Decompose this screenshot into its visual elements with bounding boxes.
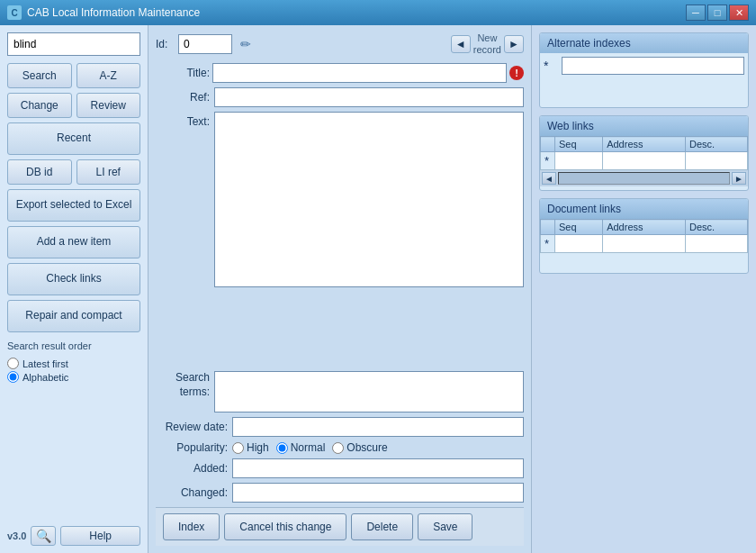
alt-indexes-section: Alternate indexes * bbox=[539, 32, 749, 108]
review-date-input[interactable] bbox=[232, 417, 524, 437]
alt-index-input[interactable] bbox=[562, 57, 744, 75]
id-input[interactable] bbox=[178, 34, 232, 54]
added-input[interactable] bbox=[232, 458, 524, 478]
doc-col-desc: Desc. bbox=[685, 220, 747, 235]
web-links-section: Web links Seq Address Desc. * bbox=[539, 115, 749, 191]
web-col-address: Address bbox=[603, 137, 686, 152]
repair-compact-button[interactable]: Repair and compact bbox=[7, 300, 140, 332]
id-label: Id: bbox=[156, 38, 174, 50]
search-terms-row: Searchterms: bbox=[156, 371, 524, 412]
title-label: Title: bbox=[156, 67, 210, 79]
changed-input[interactable] bbox=[232, 483, 524, 503]
dbid-button[interactable]: DB id bbox=[7, 159, 72, 185]
web-links-table: Seq Address Desc. * bbox=[540, 136, 748, 170]
scroll-track[interactable] bbox=[558, 172, 730, 185]
search-order-label: Search result order bbox=[7, 340, 140, 351]
changed-label: Changed: bbox=[156, 486, 228, 499]
web-col-empty bbox=[541, 137, 555, 152]
added-label: Added: bbox=[156, 462, 228, 475]
close-button[interactable]: ✕ bbox=[729, 5, 749, 21]
minimize-button[interactable]: ─ bbox=[686, 5, 706, 21]
nav-next-button[interactable]: ► bbox=[504, 35, 524, 53]
doc-links-table: Seq Address Desc. * bbox=[540, 219, 748, 253]
popularity-label: Popularity: bbox=[156, 441, 228, 454]
change-review-row: Change Review bbox=[7, 93, 140, 118]
main-container: Search A-Z Change Review Recent DB id LI… bbox=[0, 25, 756, 553]
window-controls: ─ □ ✕ bbox=[686, 5, 749, 21]
pop-obscure-radio[interactable] bbox=[332, 442, 344, 454]
doc-row-desc[interactable] bbox=[685, 235, 747, 253]
scroll-right-arrow[interactable]: ► bbox=[732, 172, 746, 185]
required-icon: ! bbox=[509, 66, 524, 80]
doc-col-empty bbox=[541, 220, 555, 235]
app-title: CAB Local Information Maintenance bbox=[27, 6, 686, 19]
search-az-row: Search A-Z bbox=[7, 63, 140, 88]
web-col-desc: Desc. bbox=[685, 137, 747, 152]
recent-button[interactable]: Recent bbox=[7, 122, 140, 155]
index-button[interactable]: Index bbox=[163, 513, 220, 540]
liref-button[interactable]: LI ref bbox=[76, 159, 141, 185]
right-panel: Alternate indexes * Web links Seq Addres… bbox=[531, 25, 756, 553]
middle-panel: Id: ✏ ◄ Newrecord ► Title: ! Ref: Text: bbox=[148, 25, 531, 553]
web-row-address[interactable] bbox=[603, 152, 686, 170]
radio-alphabetic[interactable]: Alphabetic bbox=[7, 371, 140, 383]
pop-normal[interactable]: Normal bbox=[276, 441, 326, 454]
alt-star: * bbox=[544, 59, 558, 73]
review-button[interactable]: Review bbox=[76, 93, 141, 118]
export-excel-button[interactable]: Export selected to Excel bbox=[7, 189, 140, 222]
ref-input[interactable] bbox=[214, 87, 524, 107]
nav-prev-button[interactable]: ◄ bbox=[451, 35, 471, 53]
new-record-label: Newrecord bbox=[473, 32, 501, 56]
pop-obscure[interactable]: Obscure bbox=[332, 441, 387, 454]
delete-button[interactable]: Delete bbox=[351, 513, 413, 540]
title-bar: C CAB Local Information Maintenance ─ □ … bbox=[0, 0, 756, 25]
search-input[interactable] bbox=[7, 32, 140, 56]
added-row: Added: bbox=[156, 458, 524, 478]
search-terms-input[interactable] bbox=[214, 371, 524, 412]
search-terms-label: Searchterms: bbox=[156, 371, 210, 399]
web-links-scrollbar: ◄ ► bbox=[540, 170, 748, 186]
pop-normal-radio[interactable] bbox=[276, 442, 288, 454]
alt-indexes-header: Alternate indexes bbox=[540, 33, 748, 53]
add-item-button[interactable]: Add a new item bbox=[7, 226, 140, 258]
save-button[interactable]: Save bbox=[418, 513, 472, 540]
change-button[interactable]: Change bbox=[7, 93, 72, 118]
radio-latest-first-input[interactable] bbox=[7, 358, 19, 369]
dbid-liref-row: DB id LI ref bbox=[7, 159, 140, 185]
table-row: * bbox=[541, 152, 748, 170]
app-icon: C bbox=[7, 5, 22, 20]
doc-links-header: Document links bbox=[540, 199, 748, 219]
text-input[interactable] bbox=[214, 112, 524, 287]
doc-row-seq[interactable] bbox=[555, 235, 603, 253]
alt-index-row: * bbox=[544, 57, 744, 75]
cancel-button[interactable]: Cancel this change bbox=[224, 513, 346, 540]
doc-col-seq: Seq bbox=[555, 220, 603, 235]
radio-latest-first[interactable]: Latest first bbox=[7, 358, 140, 369]
search-button[interactable]: Search bbox=[7, 63, 72, 88]
scroll-left-arrow[interactable]: ◄ bbox=[542, 172, 556, 185]
table-row: * bbox=[541, 235, 748, 253]
maximize-button[interactable]: □ bbox=[707, 5, 727, 21]
id-row: Id: ✏ ◄ Newrecord ► bbox=[156, 32, 524, 56]
title-input[interactable] bbox=[212, 63, 507, 83]
popularity-options: High Normal Obscure bbox=[232, 441, 388, 454]
changed-row: Changed: bbox=[156, 483, 524, 503]
help-button[interactable]: Help bbox=[60, 526, 140, 546]
version-bar: v3.0 🔍 Help bbox=[7, 522, 140, 546]
popularity-row: Popularity: High Normal Obscure bbox=[156, 441, 524, 454]
pop-high-radio[interactable] bbox=[232, 442, 244, 454]
pop-high[interactable]: High bbox=[232, 441, 269, 454]
alt-indexes-content: * bbox=[540, 53, 748, 107]
web-links-content: Seq Address Desc. * bbox=[540, 136, 748, 190]
bottom-bar: Index Cancel this change Delete Save bbox=[156, 507, 524, 546]
doc-row-address[interactable] bbox=[603, 235, 686, 253]
zoom-button[interactable]: 🔍 bbox=[31, 526, 56, 546]
web-row-seq[interactable] bbox=[555, 152, 603, 170]
web-row-star: * bbox=[541, 152, 555, 170]
nav-arrows: ◄ Newrecord ► bbox=[451, 32, 524, 56]
web-row-desc[interactable] bbox=[685, 152, 747, 170]
check-links-button[interactable]: Check links bbox=[7, 263, 140, 295]
edit-icon[interactable]: ✏ bbox=[237, 35, 255, 53]
az-button[interactable]: A-Z bbox=[76, 63, 141, 88]
radio-alphabetic-input[interactable] bbox=[7, 371, 19, 383]
